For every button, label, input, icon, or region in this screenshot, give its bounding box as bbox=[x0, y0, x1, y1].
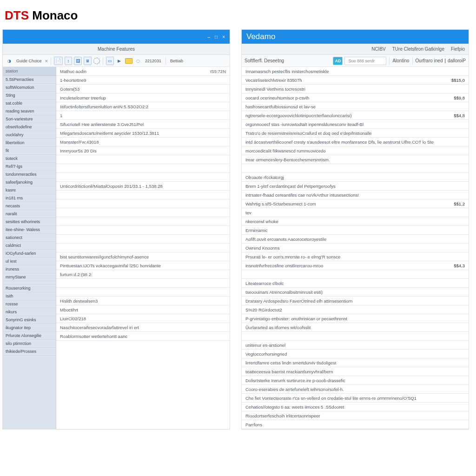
sidebar-item[interactable]: oucklahry bbox=[3, 131, 56, 139]
sidebar-item[interactable]: obset/todefine bbox=[3, 123, 56, 131]
list-row[interactable]: Wahrtig s.sfS-Sctarbesumect 1-com$$1,2 bbox=[242, 199, 469, 208]
list-row[interactable] bbox=[56, 279, 230, 288]
list-row[interactable]: Brem 1-yitrf cerdantinçast del Petperrge… bbox=[242, 182, 469, 191]
list-row[interactable]: unitenur es-arstionel bbox=[242, 341, 469, 350]
minimize-icon[interactable]: – bbox=[208, 34, 211, 40]
list-row[interactable]: 1-heortettne9 bbox=[56, 76, 230, 85]
sidebar-item[interactable]: ikugnator itep bbox=[3, 324, 56, 332]
titlebar-right[interactable]: Vedamo bbox=[242, 30, 469, 44]
sidebar-item[interactable]: tondonmeractles bbox=[3, 171, 56, 178]
sidebar-item[interactable]: thikiede/Prosses bbox=[3, 348, 56, 356]
list-row[interactable]: Tratro'o de resiemstneisreisoCrafurd et … bbox=[242, 129, 469, 138]
sidebar-item[interactable]: itee-shine- Waless bbox=[3, 226, 56, 234]
sidebar-item[interactable]: tioteck bbox=[3, 155, 56, 163]
list-row[interactable]: Inculeselcomer treerlup bbox=[56, 93, 230, 102]
sidebar-item[interactable]: fit bbox=[3, 147, 56, 155]
list-row[interactable]: Ermimamic bbox=[242, 226, 469, 235]
list-row[interactable]: Goters(53 bbox=[56, 85, 230, 93]
sidebar-item[interactable]: reading seaven bbox=[3, 107, 56, 115]
list-row[interactable]: tev bbox=[242, 208, 469, 217]
list-row[interactable] bbox=[242, 332, 469, 341]
sidebar-item[interactable]: ul iest bbox=[3, 258, 56, 265]
list-row[interactable]: ngtrersele-eccergoovovichlotinipocrcterf… bbox=[242, 111, 469, 120]
toolbar-tail[interactable]: Bettiab bbox=[169, 59, 185, 63]
list-row[interactable] bbox=[242, 164, 469, 173]
ad-badge[interactable]: AD bbox=[333, 57, 343, 65]
list-row[interactable]: Mathuc aodinIS5:72N bbox=[56, 67, 230, 76]
sidebar-item[interactable]: Ref/7-lgs bbox=[3, 163, 56, 171]
tb-icon-1[interactable]: 📄 bbox=[54, 57, 63, 65]
list-row[interactable]: Rioodortserfeschoih Irlitcertaonrispeer bbox=[242, 411, 469, 420]
sidebar-item[interactable]: in181 rns bbox=[3, 194, 56, 202]
chip-close-icon[interactable]: × bbox=[45, 58, 48, 64]
sidebar-item[interactable]: sat.coble bbox=[3, 99, 56, 107]
sidebar-item[interactable]: rossse bbox=[3, 300, 56, 308]
list-row[interactable] bbox=[56, 199, 230, 208]
list-row[interactable] bbox=[56, 191, 230, 199]
list-row[interactable]: Vecatrlisetechlvtrexir 83507h$$15,0 bbox=[242, 76, 469, 85]
warning-icon[interactable] bbox=[125, 58, 132, 64]
list-row[interactable]: Cooro-eserabies de arrtefoneleft wihrson… bbox=[242, 385, 469, 394]
list-row[interactable]: Vegtoccorhorsingried bbox=[242, 350, 469, 358]
list-row[interactable] bbox=[56, 155, 230, 164]
list-row[interactable]: nkercerwl whoke bbox=[242, 217, 469, 226]
list-row[interactable]: Prsurati le- er oon's.mrerste ro- e elrn… bbox=[242, 252, 469, 261]
window-controls[interactable]: – □ × bbox=[208, 34, 225, 40]
list-row[interactable]: 1 bbox=[56, 111, 230, 120]
col-ncibv[interactable]: NCIBV bbox=[371, 46, 386, 52]
list-row[interactable]: DolisrIsterke Irerurrk surtirurce.ire p-… bbox=[242, 376, 469, 385]
list-row[interactable]: Cehatios//otegsto ti aa: weets iimoces 5… bbox=[242, 403, 469, 411]
list-row[interactable]: teatteceesva baerist nrackiantlumyvhral/… bbox=[242, 367, 469, 376]
lead-icon[interactable]: ◑ bbox=[6, 57, 13, 65]
list-row[interactable]: lirrertdfamre cetss lindn smertdurviv tl… bbox=[242, 358, 469, 367]
tb-icon-2[interactable]: ↕ bbox=[65, 57, 72, 65]
tb-icon-3[interactable]: 🖼 bbox=[74, 57, 82, 65]
list-row[interactable]: hasfrosecantfulbiossunosd et lav-se bbox=[242, 102, 469, 111]
list-row[interactable]: Che fiet Vontecteoraste r'ca sn-vellerd … bbox=[242, 394, 469, 403]
list-row[interactable]: Aofift.ouvit ercuanots Aacorocetoroyesti… bbox=[242, 235, 469, 244]
list-row[interactable]: P-grvintatigo enbuster: onuthrinican or … bbox=[242, 314, 469, 323]
list-row[interactable]: Liteatearroce clbolc bbox=[242, 279, 469, 288]
list-row[interactable]: InnrryoorSs 20 Dis bbox=[56, 146, 230, 155]
globe-icon[interactable] bbox=[93, 58, 100, 64]
list-row[interactable] bbox=[56, 288, 230, 297]
maximize-icon[interactable]: □ bbox=[215, 34, 218, 40]
list-row[interactable]: tnnysinedl Verthvns tocresostri bbox=[242, 85, 469, 93]
list-row[interactable]: Sifucriotell Hee anlierstenste 3.GveJ51/… bbox=[56, 120, 230, 129]
sidebar-item[interactable]: Sting bbox=[3, 92, 56, 99]
list-row[interactable]: morcoedicalit fiikwanescd rummuovicedo bbox=[242, 146, 469, 155]
list-row[interactable]: Roablormsotter wetlertehontt aanc bbox=[56, 332, 230, 341]
sidebar-item[interactable]: kasre bbox=[3, 186, 56, 194]
tb-icon-4[interactable]: 🖥 bbox=[84, 57, 92, 65]
sidebar-item[interactable]: libertxition bbox=[3, 139, 56, 147]
screen-icon[interactable]: ▭ bbox=[106, 57, 114, 65]
list-row[interactable]: Parrfons bbox=[242, 420, 469, 429]
sidebar-item[interactable]: naralit bbox=[3, 210, 56, 218]
list-row[interactable]: Owrend Knoonns bbox=[242, 244, 469, 252]
tab-alontino[interactable]: Alontino bbox=[392, 58, 409, 63]
sidebar-item[interactable] bbox=[3, 281, 56, 284]
sidebar-item[interactable]: caldmict bbox=[3, 242, 56, 250]
col-fiepio[interactable]: Fiefpio bbox=[451, 46, 465, 52]
titlebar-left[interactable]: – □ × bbox=[3, 30, 230, 44]
list-row[interactable] bbox=[56, 164, 230, 173]
close-icon[interactable]: × bbox=[222, 34, 225, 40]
sidebar-item[interactable]: Isith bbox=[3, 292, 56, 300]
play-icon[interactable]: ▶ bbox=[116, 57, 123, 65]
sidebar-item[interactable]: sationect bbox=[3, 234, 56, 242]
list-row[interactable] bbox=[242, 270, 469, 279]
toolbar-chip[interactable]: Guide Choice bbox=[15, 59, 43, 63]
list-row[interactable]: Irear ormenceslery-Bentocchesmersretism. bbox=[242, 155, 469, 164]
circle-icon[interactable]: ◌ bbox=[134, 57, 142, 65]
sidebar-item[interactable]: nikurs bbox=[3, 308, 56, 316]
sidebar-item[interactable]: 5.StiPerractiies bbox=[3, 76, 56, 84]
list-row[interactable]: Innamasrsch pestecflis inisterchosmetisk… bbox=[242, 67, 469, 76]
col-ture[interactable]: TUre Cletsfiron Gatkinlge bbox=[392, 46, 444, 52]
list-row[interactable]: Hislith destwalsen3 bbox=[56, 297, 230, 305]
sidebar-item[interactable]: safeefjanoking bbox=[3, 178, 56, 186]
sidebar-item[interactable]: mrnyStane bbox=[3, 273, 56, 281]
list-row[interactable]: Naschitoceraifesecvoradarfattrevel iri e… bbox=[56, 323, 230, 332]
sidebar-item[interactable]: Rouserorking bbox=[3, 284, 56, 292]
sidebar-item[interactable]: silo ptimrction bbox=[3, 340, 56, 348]
sidebar-item[interactable]: softWicemotion bbox=[3, 84, 56, 92]
